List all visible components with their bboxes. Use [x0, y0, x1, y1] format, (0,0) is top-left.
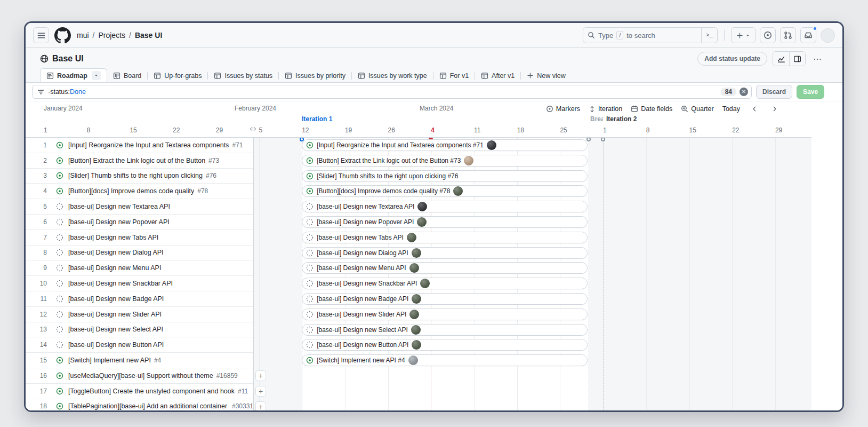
table-row[interactable]: 17[ToggleButton] Create the unstyled com…: [26, 384, 253, 399]
insights-button[interactable]: [773, 52, 789, 66]
tab-label: Issues by priority: [295, 72, 345, 80]
column-resize-handle[interactable]: [250, 125, 256, 132]
user-avatar[interactable]: [821, 28, 835, 43]
tab-issues-by-work-type[interactable]: Issues by work type: [352, 69, 433, 82]
table-row[interactable]: 7[base-ui] Design new Tabs API: [26, 230, 253, 246]
tab-board[interactable]: Board: [107, 69, 147, 82]
add-status-update-button[interactable]: Add status update: [697, 52, 767, 66]
tab-issues-by-status[interactable]: Issues by status: [208, 69, 278, 82]
timeline-bar[interactable]: [Switch] Implement new API #4: [302, 354, 588, 366]
table-row[interactable]: 8[base-ui] Design new Dialog API: [26, 246, 253, 261]
table-row[interactable]: 2[Button] Extract the Link logic out of …: [26, 153, 253, 169]
tab-options-caret[interactable]: [92, 71, 101, 80]
issue-open-icon: [306, 157, 314, 164]
issue-number: #4: [154, 357, 161, 364]
date-tick: 11: [474, 126, 480, 134]
date-tick: 1: [44, 126, 47, 134]
globe-icon: [40, 54, 49, 63]
hamburger-menu-button[interactable]: [33, 27, 49, 43]
month-label: March 2024: [420, 105, 453, 112]
global-search-input[interactable]: Type / to search >_: [583, 27, 718, 43]
tab-up-for-grabs[interactable]: Up-for-grabs: [148, 69, 207, 82]
timeline-bar[interactable]: [base-ui] Design new Slider API: [302, 309, 588, 320]
table-row[interactable]: 13[base-ui] Design new Select API: [26, 322, 253, 338]
table-row[interactable]: 9[base-ui] Design new Menu API: [26, 260, 253, 276]
issue-number: #71: [232, 141, 243, 149]
timeline-bar[interactable]: [base-ui] Design new Badge API: [302, 293, 588, 305]
timeline-bar[interactable]: [base-ui] Design new Dialog API: [302, 247, 588, 259]
command-palette-icon[interactable]: >_: [701, 28, 717, 43]
table-row[interactable]: 4[Button][docs] Improve demos code quali…: [26, 184, 253, 199]
timeline-bar[interactable]: [Input] Reorganize the Input and Textare…: [302, 139, 588, 151]
table-row[interactable]: 5[base-ui] Design new Textarea API: [26, 199, 253, 215]
filter-query: -status:Done: [48, 88, 86, 96]
timeline-bar[interactable]: [base-ui] Design new Textarea API: [302, 201, 588, 212]
table-row[interactable]: 11[base-ui] Design new Badge API: [26, 291, 253, 307]
assignee-avatar: [417, 202, 427, 211]
add-date-button[interactable]: +: [255, 386, 266, 397]
table-row[interactable]: 14[base-ui] Design new Button API: [26, 337, 253, 353]
markers-button[interactable]: Markers: [546, 105, 580, 113]
tab-roadmap[interactable]: Roadmap: [40, 68, 107, 82]
timeline-bar[interactable]: [Button] Extract the Link logic out of t…: [302, 155, 588, 167]
timeline-bar[interactable]: [Button][docs] Improve demos code qualit…: [302, 185, 588, 197]
date-fields-button[interactable]: Date fields: [631, 105, 672, 113]
timeline-bar[interactable]: [base-ui] Design new Popover API: [302, 216, 588, 228]
issue-open-icon: [56, 187, 63, 195]
assignee-avatar: [417, 217, 427, 227]
timeline-bar[interactable]: [Slider] Thumb shifts to the right upon …: [302, 170, 588, 182]
github-logo[interactable]: [54, 27, 71, 44]
breadcrumb-projects[interactable]: Projects: [98, 31, 125, 39]
iteration-button[interactable]: Iteration: [589, 105, 622, 113]
tab-after-v1[interactable]: After v1: [475, 69, 520, 82]
timeline-bar[interactable]: [base-ui] Design new Select API: [302, 324, 588, 336]
save-button[interactable]: Save: [797, 85, 824, 99]
add-date-button[interactable]: +: [255, 370, 266, 381]
tab-issues-by-priority[interactable]: Issues by priority: [279, 69, 351, 82]
assignee-avatar: [409, 263, 419, 273]
pane-divider[interactable]: [253, 138, 254, 410]
row-number: 5: [31, 203, 47, 210]
create-new-button[interactable]: [731, 27, 756, 43]
table-row[interactable]: 6[base-ui] Design new Popover API: [26, 215, 253, 230]
new-view-button[interactable]: New view: [521, 69, 572, 82]
global-header: mui / Projects / Base UI Type / to searc…: [26, 23, 842, 48]
issue-open-icon: [306, 187, 314, 195]
tab-for-v1[interactable]: For v1: [433, 69, 475, 82]
quarter-zoom-button[interactable]: Quarter: [681, 105, 713, 113]
table-row[interactable]: 12[base-ui] Design new Slider API: [26, 307, 253, 322]
table-row[interactable]: 10[base-ui] Design new Snackbar API: [26, 276, 253, 291]
side-panel-button[interactable]: [789, 52, 805, 66]
table-row[interactable]: 3[Slider] Thumb shifts to the right upon…: [26, 169, 253, 184]
assignee-avatar: [407, 233, 416, 242]
pull-requests-button[interactable]: [780, 27, 796, 43]
inbox-button[interactable]: [800, 27, 816, 43]
table-row[interactable]: 18[TablePagination][base-ui] Add an addi…: [26, 399, 253, 410]
table-row[interactable]: 16[useMediaQuery][base-ui] Support witho…: [26, 368, 253, 384]
add-date-button[interactable]: +: [255, 401, 266, 410]
discard-button[interactable]: Discard: [756, 85, 792, 99]
assignee-avatar: [453, 186, 463, 196]
filter-input[interactable]: -status:Done 84 ✕: [32, 85, 752, 99]
scroll-left-button[interactable]: [749, 103, 760, 115]
bar-title: [base-ui] Design new Popover API: [317, 218, 414, 226]
timeline-bar[interactable]: [base-ui] Design new Tabs API: [302, 232, 588, 243]
breadcrumb-project-name[interactable]: Base UI: [135, 31, 162, 39]
roadmap-toolbar: Markers Iteration Date fields Quarter To…: [541, 102, 781, 115]
table-row[interactable]: 15[Switch] Implement new API#4: [26, 353, 253, 368]
bar-title: [Input] Reorganize the Input and Textare…: [317, 141, 484, 149]
breadcrumb-org[interactable]: mui: [77, 31, 89, 39]
timeline-bar[interactable]: [base-ui] Design new Menu API: [302, 262, 588, 274]
table-row[interactable]: 1[Input] Reorganize the Input and Textar…: [26, 138, 253, 153]
tab-label: Up-for-grabs: [164, 72, 202, 80]
timeline-bar[interactable]: [base-ui] Design new Button API: [302, 339, 588, 351]
project-menu-button[interactable]: ⋯: [811, 54, 824, 64]
table-icon: [358, 72, 365, 80]
date-tick: 4: [431, 126, 435, 134]
timeline-bar[interactable]: [base-ui] Design new Snackbar API: [302, 278, 588, 289]
row-title: [useMediaQuery][base-ui] Support without…: [68, 372, 213, 379]
today-button[interactable]: Today: [722, 105, 740, 113]
scroll-right-button[interactable]: [769, 103, 781, 115]
clear-filter-icon[interactable]: ✕: [740, 88, 748, 96]
issues-button[interactable]: [760, 27, 776, 43]
